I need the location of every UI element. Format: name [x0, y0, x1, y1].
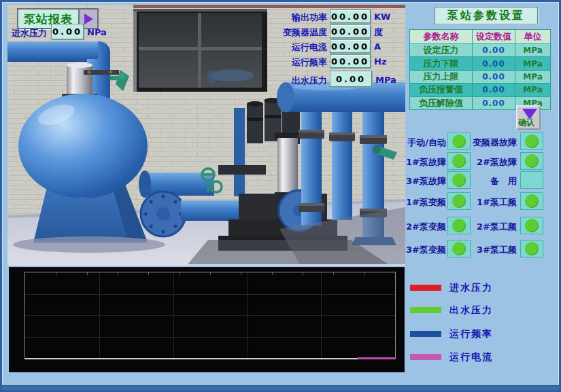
- status-label-pump1-vfd: 1#泵变频: [401, 196, 446, 209]
- col-header-unit: 单位: [515, 30, 551, 44]
- status-label-pump1-fault: 1#泵故障: [401, 156, 446, 168]
- vfd-temp-value: 00.00: [330, 24, 371, 38]
- run-freq-value: 00.00: [330, 54, 371, 68]
- legend-swatch-frequency: [410, 331, 441, 337]
- param-unit: MPa: [515, 57, 551, 70]
- status-label-pump3-fault: 3#泵故障: [401, 175, 446, 188]
- indicator-pump3-mains: [520, 240, 543, 257]
- settings-panel-title: 泵站参数设置: [435, 7, 538, 24]
- vfd-temp-label: 变频器温度: [266, 26, 327, 39]
- param-setpoint[interactable]: 0.00: [473, 57, 515, 70]
- status-label-pump2-fault: 2#泵故障: [471, 156, 517, 168]
- status-label-pump3-vfd: 3#泵变频: [401, 244, 446, 256]
- inlet-pressure-unit: NPa: [87, 27, 107, 37]
- status-label-auto-manual: 手动/自动: [401, 137, 446, 149]
- status-label-spare: 备 用: [471, 175, 517, 188]
- indicator-lamp: [452, 242, 466, 255]
- output-power-value: 00.00: [330, 10, 371, 23]
- window-bottom-border: [2, 385, 559, 390]
- param-name: 压力上限: [410, 71, 473, 84]
- outlet-pressure-value: 0.00: [330, 71, 372, 87]
- legend-swatch-current: [410, 354, 441, 360]
- output-power-label: 输出功率: [266, 12, 327, 24]
- param-setpoint[interactable]: 0.00: [473, 84, 515, 96]
- play-icon: [84, 14, 93, 24]
- vfd-temp-unit: 度: [374, 26, 383, 39]
- legend-label-current: 运行电流: [449, 351, 493, 363]
- indicator-pump1-fault: [447, 152, 471, 170]
- status-label-vfd-fault: 变频器故障: [471, 137, 517, 149]
- legend-swatch-outlet: [410, 307, 441, 313]
- indicator-lamp: [452, 154, 466, 168]
- run-freq-unit: Hz: [374, 56, 386, 67]
- param-name: 负压解除值: [410, 97, 473, 110]
- legend-label-frequency: 运行频率: [449, 328, 493, 340]
- indicator-lamp: [525, 154, 539, 168]
- indicator-lamp: [525, 135, 539, 148]
- inlet-pressure-label: 进水压力: [12, 27, 47, 39]
- pump-station-hmi: 泵站报表 进水压力 0.00 NPa 输出功率 00.00 KW 变频器温度 0…: [0, 0, 561, 392]
- run-current-label: 运行电流: [266, 41, 327, 54]
- outlet-pressure-unit: MPa: [375, 75, 396, 85]
- legend-label-inlet: 进水压力: [449, 282, 493, 294]
- col-header-name: 参数名称: [410, 30, 473, 44]
- current-trace-segment: [358, 357, 396, 359]
- indicator-pump2-vfd: [447, 217, 471, 234]
- run-current-unit: A: [374, 41, 381, 52]
- indicator-lamp: [525, 242, 539, 255]
- pump-column-chrome: [277, 138, 298, 194]
- run-current-value: 00.00: [330, 39, 371, 53]
- legend-label-outlet: 出水压力: [449, 304, 493, 317]
- legend-swatch-inlet: [410, 285, 441, 291]
- param-unit: MPa: [515, 71, 551, 84]
- indicator-lamp: [452, 173, 466, 187]
- run-freq-label: 运行频率: [266, 56, 327, 69]
- outlet-pressure-label: 出水压力: [266, 75, 327, 87]
- indicator-auto-manual: [447, 132, 471, 150]
- col-header-value: 设定数值: [473, 30, 515, 44]
- indicator-pump3-fault: [447, 171, 471, 189]
- indicator-pump2-fault: [520, 152, 543, 170]
- param-name: 压力下限: [410, 57, 473, 70]
- indicator-lamp: [525, 194, 539, 208]
- param-unit: MPa: [515, 44, 551, 57]
- indicator-lamp: [525, 219, 539, 232]
- trend-plot-area: [24, 272, 396, 359]
- status-label-pump3-mains: 3#泵工频: [471, 244, 517, 256]
- indicator-pump1-mains: [520, 192, 543, 210]
- window: [133, 9, 267, 92]
- indicator-spare: [520, 171, 543, 189]
- trend-chart: [9, 267, 405, 372]
- indicator-pump2-mains: [520, 217, 543, 234]
- indicator-vfd-fault: [520, 132, 543, 150]
- indicator-pump3-vfd: [447, 240, 471, 257]
- confirm-button[interactable]: 确认: [516, 105, 541, 130]
- pressure-tank: [18, 94, 148, 198]
- settings-table: 参数名称 设定数值 单位 设定压力 0.00 MPa 压力下限 0.00 MPa…: [409, 29, 551, 110]
- param-name: 负压报警值: [410, 84, 473, 96]
- param-setpoint[interactable]: 0.00: [473, 44, 515, 57]
- status-label-pump2-vfd: 2#泵变频: [401, 221, 446, 233]
- param-name: 设定压力: [410, 44, 473, 57]
- confirm-button-label: 确认: [518, 117, 534, 128]
- indicator-lamp: [452, 135, 466, 148]
- inlet-pressure-value: 0.00: [51, 24, 84, 39]
- flange-disc: [141, 192, 186, 236]
- param-setpoint[interactable]: 0.00: [473, 71, 515, 84]
- status-label-pump1-mains: 1#泵工频: [471, 196, 517, 209]
- output-power-unit: KW: [374, 12, 390, 22]
- indicator-lamp: [452, 194, 466, 208]
- status-label-pump2-mains: 2#泵工频: [471, 221, 517, 233]
- inlet-pipe: [7, 41, 98, 62]
- indicator-lamp: [452, 219, 466, 232]
- param-setpoint[interactable]: 0.00: [473, 97, 515, 110]
- indicator-pump1-vfd: [447, 192, 471, 210]
- param-unit: MPa: [515, 84, 551, 96]
